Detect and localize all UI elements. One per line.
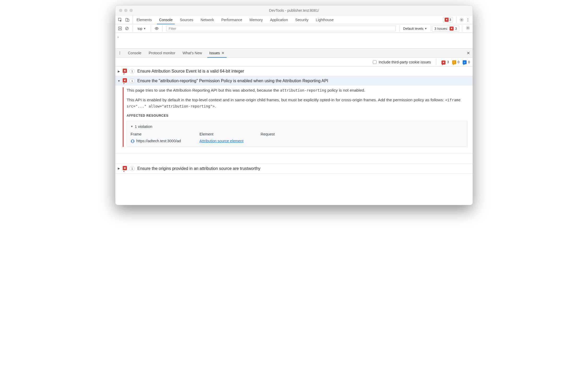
issue-severity-counts: ✕ 3 ! 0 ≡ 0 — [442, 60, 470, 64]
tab-sources[interactable]: Sources — [176, 15, 197, 24]
tab-console[interactable]: Console — [155, 15, 176, 24]
issue-row: ▶ 1 Ensure Attribution Source Event Id i… — [115, 67, 473, 76]
issues-filter-bar: Include third-party cookie issues ✕ 3 ! … — [115, 58, 473, 67]
top-error-badge[interactable]: ✕ 3 — [443, 17, 453, 22]
tab-application[interactable]: Application — [266, 15, 292, 24]
svg-rect-2 — [127, 19, 129, 21]
drawer-close-icon[interactable]: ✕ — [464, 49, 473, 57]
console-filter-input[interactable] — [166, 26, 396, 31]
disclosure-triangle-icon: ▶ — [117, 70, 120, 73]
issue-content: This page tries to use the Attribution R… — [127, 87, 467, 147]
issue-header[interactable]: ▼ 1 Ensure the "attribution-reporting" P… — [115, 76, 473, 86]
svg-point-10 — [467, 27, 468, 28]
issue-paragraph: This API is enabled by default in the to… — [127, 97, 467, 109]
top-error-count: 3 — [449, 18, 451, 22]
checkbox-icon — [373, 60, 377, 64]
error-count: 3 — [447, 60, 449, 64]
affected-resources-table: Frame Element Request https://adtech.tes… — [131, 132, 463, 144]
issue-row: ▼ 1 Ensure the "attribution-reporting" P… — [115, 76, 473, 153]
third-party-cookie-checkbox[interactable]: Include third-party cookie issues — [373, 60, 431, 64]
error-x-icon: ✕ — [450, 27, 454, 31]
window-title: DevTools - publisher.test:8081/ — [115, 8, 473, 13]
svg-point-5 — [468, 19, 468, 20]
issues-list: ▶ 1 Ensure Attribution Source Event Id i… — [115, 67, 473, 205]
close-tab-icon[interactable]: ✕ — [221, 51, 225, 55]
main-tabs: Elements Console Sources Network Perform… — [133, 15, 337, 24]
issue-body: This page tries to use the Attribution R… — [115, 86, 473, 153]
col-header-request: Request — [261, 132, 308, 137]
element-cell: Attribution source element — [199, 138, 257, 144]
col-header-frame: Frame — [131, 132, 196, 137]
info-count: 0 — [468, 60, 470, 64]
issue-title: Ensure Attribution Source Event Id is a … — [137, 69, 244, 74]
settings-gear-icon[interactable] — [460, 18, 464, 22]
issues-shortcut-chip[interactable]: 3 Issues: ✕ 3 — [432, 26, 459, 32]
inline-code: attribution-reporting — [280, 88, 326, 92]
svg-point-4 — [468, 18, 468, 19]
devtools-window: DevTools - publisher.test:8081/ Elements… — [115, 5, 473, 205]
device-toolbar-icon[interactable] — [125, 18, 130, 22]
tab-security[interactable]: Security — [292, 15, 312, 24]
issue-header[interactable]: ▶ 1 Ensure Attribution Source Event Id i… — [115, 67, 473, 76]
info-speech-icon: ≡ — [463, 60, 467, 64]
frame-url: https://adtech.test:3000/ad — [136, 138, 181, 144]
issue-title: Ensure the origins provided in an attrib… — [137, 166, 260, 171]
context-selector[interactable]: top ▼ — [137, 26, 147, 31]
bottom-space — [115, 174, 473, 205]
drawer-tab-protocol-monitor[interactable]: Protocol monitor — [145, 49, 179, 57]
frame-cell[interactable]: https://adtech.test:3000/ad — [131, 138, 196, 144]
drawer-tab-issues-label: Issues — [209, 51, 220, 55]
drawer-tab-console[interactable]: Console — [124, 49, 145, 57]
affected-resources-heading: Affected Resources — [127, 113, 467, 118]
tab-memory[interactable]: Memory — [246, 15, 267, 24]
error-x-icon: ✕ — [445, 18, 449, 22]
affected-resources-box: ▼ 1 violation Frame Element Request — [127, 121, 467, 147]
disclosure-triangle-icon: ▼ — [117, 79, 120, 82]
tab-lighthouse[interactable]: Lighthouse — [312, 15, 337, 24]
drawer-tab-strip: Console Protocol monitor What's New Issu… — [115, 49, 473, 58]
attribution-source-element-link[interactable]: Attribution source element — [199, 139, 243, 143]
issue-count-pill: 1 — [130, 79, 135, 83]
violation-summary[interactable]: ▼ 1 violation — [131, 124, 463, 130]
error-speech-icon: ✕ — [442, 60, 445, 64]
tab-network[interactable]: Network — [197, 15, 217, 24]
warning-count: 0 — [458, 60, 460, 64]
console-toolbar: top ▼ Default levels ▼ 3 Issues: ✕ 3 — [115, 24, 473, 33]
disclosure-triangle-icon: ▼ — [131, 124, 133, 128]
svg-point-6 — [468, 21, 468, 21]
log-levels-dropdown[interactable]: Default levels ▼ — [401, 27, 430, 31]
issue-header[interactable]: ▶ 1 Ensure the origins provided in an at… — [115, 164, 473, 173]
console-prompt-caret-icon: › — [117, 35, 119, 39]
svg-point-12 — [120, 53, 120, 53]
svg-point-3 — [461, 19, 462, 20]
clear-console-icon[interactable] — [125, 26, 129, 31]
svg-point-9 — [156, 28, 157, 29]
severity-bar — [123, 87, 124, 147]
console-output[interactable]: › — [115, 33, 473, 49]
log-levels-label: Default levels — [403, 27, 424, 31]
error-speech-icon — [123, 78, 127, 84]
issue-paragraph: This page tries to use the Attribution R… — [127, 87, 467, 93]
col-header-element: Element — [199, 132, 257, 137]
svg-point-13 — [120, 54, 120, 54]
chevron-down-icon: ▼ — [425, 27, 427, 30]
issues-chip-count: 3 — [455, 27, 457, 31]
more-kebab-icon[interactable] — [466, 18, 470, 22]
main-tab-strip: Elements Console Sources Network Perform… — [115, 15, 473, 24]
live-expression-eye-icon[interactable] — [155, 26, 159, 31]
drawer-more-kebab-icon[interactable] — [115, 49, 124, 57]
console-settings-gear-icon[interactable] — [463, 26, 473, 31]
drawer-tab-whats-new[interactable]: What's New — [179, 49, 205, 57]
svg-point-11 — [120, 51, 120, 52]
issues-chip-label: 3 Issues: — [434, 27, 448, 31]
tab-elements[interactable]: Elements — [133, 15, 155, 24]
issue-title: Ensure the "attribution-reporting" Permi… — [137, 79, 328, 83]
tab-performance[interactable]: Performance — [217, 15, 246, 24]
drawer-tab-issues[interactable]: Issues ✕ — [206, 49, 228, 57]
execute-icon[interactable] — [118, 26, 122, 31]
error-speech-icon — [123, 69, 127, 74]
error-speech-icon — [123, 166, 127, 171]
inspect-element-icon[interactable] — [118, 18, 122, 22]
issue-row: ▶ 1 Ensure the origins provided in an at… — [115, 164, 473, 174]
third-party-cookie-label: Include third-party cookie issues — [379, 60, 431, 64]
